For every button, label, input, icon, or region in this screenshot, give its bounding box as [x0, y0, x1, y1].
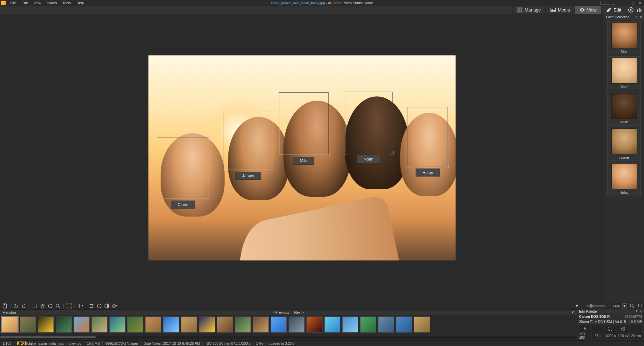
- rotate-right-icon[interactable]: [21, 303, 27, 309]
- zoom-dropdown-icon[interactable]: ▾: [622, 303, 627, 309]
- layout-1-icon[interactable]: [600, 1, 605, 5]
- filmstrip-thumb[interactable]: [306, 317, 322, 333]
- filmstrip-thumb[interactable]: [109, 317, 125, 333]
- face-thumb[interactable]: Haley: [607, 162, 641, 196]
- face-thumb[interactable]: Noah: [607, 92, 641, 126]
- filmstrip-thumb[interactable]: [360, 317, 376, 333]
- account-icon[interactable]: [628, 7, 634, 13]
- menu-tools[interactable]: Tools: [60, 0, 74, 5]
- svg-rect-8: [521, 11, 522, 12]
- zoom-fit-icon[interactable]: [629, 303, 635, 309]
- filmstrip-thumb[interactable]: [38, 317, 54, 333]
- face-detection-panel: Face Detection ⊼ ✕ MilaClaireNoahJasperH…: [604, 14, 644, 302]
- exposure-icon[interactable]: [104, 303, 110, 309]
- filmstrip-thumb[interactable]: [91, 317, 107, 333]
- status-position: 1/106: [0, 341, 14, 346]
- dashboard-icon[interactable]: [636, 7, 642, 13]
- face-name-label[interactable]: Noah: [357, 155, 380, 163]
- filmstrip[interactable]: [0, 315, 577, 336]
- face-name-label[interactable]: Mila: [293, 157, 314, 165]
- face-thumb[interactable]: Mila: [607, 21, 641, 55]
- mode-view[interactable]: View: [575, 6, 601, 14]
- zoom-actual-icon[interactable]: 1:1: [638, 304, 642, 308]
- layout-3-icon[interactable]: [611, 1, 615, 5]
- svg-point-19: [56, 304, 59, 307]
- mode-manage[interactable]: Manage: [512, 6, 545, 14]
- filmstrip-thumb[interactable]: [181, 317, 197, 333]
- face-box[interactable]: Haley: [408, 107, 448, 167]
- panel-pin-icon[interactable]: ⊼: [635, 15, 638, 19]
- filmstrip-thumb[interactable]: [289, 317, 305, 333]
- hand-icon[interactable]: [40, 303, 45, 309]
- filmstrip-next-button[interactable]: Next ›: [294, 310, 304, 314]
- filmstrip-close-icon[interactable]: ✕: [571, 310, 574, 315]
- menu-panes[interactable]: Panes: [44, 0, 59, 5]
- face-box[interactable]: Noah: [345, 92, 393, 153]
- filmstrip-thumb[interactable]: [56, 317, 72, 333]
- copyright-icon[interactable]: C▾: [112, 303, 117, 309]
- filmstrip-thumb[interactable]: [2, 317, 18, 333]
- maximize-button[interactable]: ▢: [630, 1, 636, 5]
- mode-edit[interactable]: Edit: [601, 6, 626, 14]
- main-menu: File Edit View Panes Tools Help: [0, 0, 86, 5]
- zoom-slider[interactable]: [586, 305, 605, 307]
- mode-media[interactable]: Media: [545, 6, 575, 14]
- filmstrip-thumb[interactable]: [253, 317, 269, 333]
- filmstrip-thumb[interactable]: [414, 317, 430, 333]
- magnify-icon[interactable]: [55, 303, 61, 309]
- panel-pin-icon[interactable]: ⊼: [635, 310, 638, 313]
- filmstrip-thumb[interactable]: [145, 317, 161, 333]
- info-dimensions: 8660x5773: [625, 315, 642, 318]
- filmstrip-scrollbar[interactable]: [0, 336, 577, 339]
- filmstrip-thumb[interactable]: [74, 317, 90, 333]
- select-icon[interactable]: [32, 303, 38, 309]
- filmstrip-thumb[interactable]: [324, 317, 340, 333]
- filmstrip-thumb[interactable]: [217, 317, 233, 333]
- status-date: Date Taken: 2017-10-19 6:45:25 PM: [141, 341, 203, 346]
- fullscreen-icon[interactable]: [66, 303, 72, 309]
- filmstrip-thumb[interactable]: [127, 317, 143, 333]
- menu-edit[interactable]: Edit: [19, 0, 30, 5]
- face-box[interactable]: Jasper: [224, 111, 274, 170]
- mode-edit-label: Edit: [614, 7, 621, 12]
- gear-icon[interactable]: ▾: [77, 303, 83, 309]
- target-icon[interactable]: [47, 303, 53, 309]
- filmstrip-thumb[interactable]: [163, 317, 179, 333]
- filmstrip-thumb[interactable]: [20, 317, 36, 333]
- filmstrip-prev-button[interactable]: ‹ Previous: [273, 310, 289, 314]
- face-name-label[interactable]: Haley: [416, 169, 440, 177]
- panel-close-icon[interactable]: ✕: [640, 15, 642, 19]
- zoom-in-icon[interactable]: +: [608, 304, 610, 308]
- close-button[interactable]: ✕: [637, 1, 643, 5]
- filmstrip-thumb[interactable]: [271, 317, 287, 333]
- layout-2-icon[interactable]: [606, 1, 610, 5]
- face-name-label[interactable]: Claire: [171, 201, 195, 209]
- filmstrip-thumb[interactable]: [199, 317, 215, 333]
- face-name-label[interactable]: Jasper: [235, 172, 261, 180]
- zoom-out-icon[interactable]: −: [581, 304, 584, 308]
- sliders-icon[interactable]: [89, 303, 94, 309]
- svg-rect-2: [521, 7, 522, 8]
- filmstrip-thumb[interactable]: [396, 317, 412, 333]
- circle-tool-icon[interactable]: [96, 303, 102, 309]
- filmstrip-section: Filmstrip ‹ Previous Next › ✕: [0, 309, 577, 340]
- zoom-menu-icon[interactable]: ▼: [575, 304, 579, 308]
- filmstrip-thumb[interactable]: [378, 317, 394, 333]
- menu-view[interactable]: View: [31, 0, 44, 5]
- image-viewer[interactable]: ClaireJasperMilaNoahHaley: [0, 14, 604, 302]
- filmstrip-thumb[interactable]: [342, 317, 358, 333]
- filmstrip-thumb[interactable]: [235, 317, 251, 333]
- face-box[interactable]: Claire: [157, 137, 209, 199]
- rotate-left-icon[interactable]: [13, 303, 19, 309]
- face-thumb[interactable]: Claire: [607, 56, 641, 90]
- panel-close-icon[interactable]: ✕: [640, 310, 642, 313]
- title-bar: File Edit View Panes Tools Help claire_j…: [0, 0, 644, 6]
- zoom-handle[interactable]: [590, 304, 592, 308]
- menu-file[interactable]: File: [8, 0, 19, 5]
- minimize-button[interactable]: ─: [623, 1, 629, 5]
- scrollbar-thumb[interactable]: [0, 336, 96, 338]
- face-thumb[interactable]: Jasper: [607, 127, 641, 161]
- save-icon[interactable]: [2, 303, 8, 309]
- menu-help[interactable]: Help: [74, 0, 86, 5]
- face-box[interactable]: Mila: [279, 92, 329, 155]
